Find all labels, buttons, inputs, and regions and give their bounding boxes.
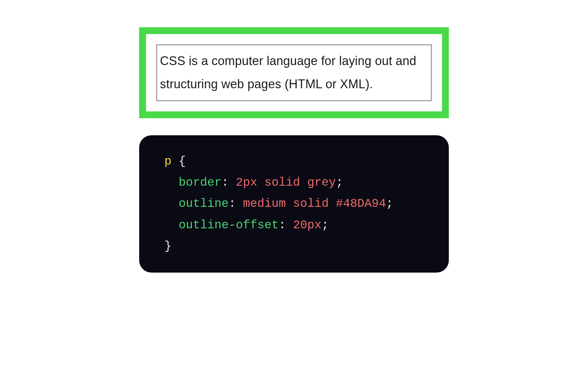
code-block: p { border: 2px solid grey; outline: med… (139, 135, 449, 273)
code-semicolon: ; (322, 218, 329, 232)
code-value-outline-offset: 20px (293, 218, 322, 232)
code-line-4: outline-offset: 20px; (164, 215, 424, 236)
code-indent (164, 197, 179, 211)
code-colon: : (279, 218, 293, 232)
code-property-outline: outline (179, 197, 229, 211)
code-line-3: outline: medium solid #48DA94; (164, 193, 424, 214)
code-colon: : (229, 197, 243, 211)
code-semicolon: ; (336, 176, 343, 189)
code-brace-close: } (164, 240, 172, 253)
example-output-box: CSS is a computer language for laying ou… (139, 27, 449, 118)
code-value-border: 2px solid grey (236, 176, 336, 189)
code-line-1: p { (164, 151, 424, 172)
code-property-outline-offset: outline-offset (179, 218, 279, 232)
code-brace-open: { (172, 155, 186, 168)
code-line-5: } (164, 236, 424, 257)
code-indent (164, 218, 179, 232)
code-indent (164, 176, 179, 189)
code-value-outline: medium solid #48DA94 (243, 197, 386, 211)
code-property-border: border (179, 176, 222, 189)
code-colon: : (222, 176, 236, 189)
code-selector: p (164, 155, 172, 168)
code-semicolon: ; (386, 197, 393, 211)
code-line-2: border: 2px solid grey; (164, 172, 424, 193)
example-paragraph: CSS is a computer language for laying ou… (156, 44, 432, 101)
